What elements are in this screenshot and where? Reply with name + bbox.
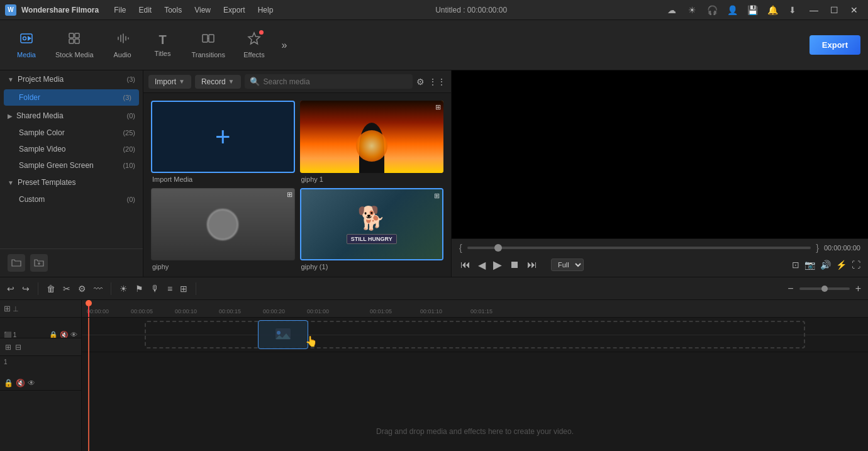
step-back-button[interactable]: ⏮ — [459, 258, 472, 272]
maximize-button[interactable]: ☐ — [825, 3, 843, 17]
fit-icon[interactable]: ⊡ — [792, 260, 799, 270]
step-fwd-button[interactable]: ⏭ — [526, 258, 538, 272]
toolbar-effects[interactable]: Effects — [235, 28, 273, 62]
lock-icon-1[interactable]: 🔒 — [4, 379, 13, 387]
fullscreen-icon[interactable]: ⛶ — [852, 260, 860, 270]
add-track-icon[interactable]: ⊞ — [4, 304, 11, 313]
arrow-down-icon-2: ▼ — [8, 179, 14, 186]
volume-icon[interactable]: 🔊 — [820, 260, 831, 270]
zoom-out-button[interactable]: − — [786, 281, 795, 296]
redo-button[interactable]: ↪ — [20, 282, 31, 296]
user-icon[interactable]: 👤 — [725, 3, 740, 18]
add-folder-button[interactable] — [30, 254, 48, 272]
in-mark[interactable]: { — [459, 243, 462, 253]
svg-point-1 — [23, 37, 26, 40]
minimize-button[interactable]: — — [805, 3, 823, 17]
project-media-count: (3) — [127, 75, 135, 83]
track-controls-strip: ⊞ ⊟ 1 🔒 🔇 👁 — [0, 338, 82, 451]
delete-button[interactable]: 🗑 — [45, 282, 57, 296]
eye-icon-1[interactable]: 👁 — [28, 379, 35, 387]
menu-tools[interactable]: Tools — [159, 4, 187, 16]
sun-icon[interactable]: ☀ — [684, 3, 699, 18]
media-item-giphy3[interactable]: 🐕 STILL HUNGRY ⊞ giphy (1) — [300, 188, 444, 270]
effects-icon — [247, 31, 261, 48]
toolbar-titles-wrapper: T Titles — [144, 29, 182, 61]
quality-select[interactable]: Full 1/2 1/4 — [551, 259, 584, 271]
toolbar-transitions[interactable]: Transitions — [184, 28, 233, 62]
menu-edit[interactable]: Edit — [133, 4, 157, 16]
mute-icon-1[interactable]: 🔇 — [16, 379, 25, 387]
headphone-icon[interactable]: 🎧 — [704, 3, 720, 18]
media-item-giphy2[interactable]: ⊞ giphy — [151, 188, 295, 270]
track-strip-icon-1[interactable]: ⊞ — [5, 343, 11, 352]
menu-view[interactable]: View — [189, 4, 216, 16]
render-icon[interactable]: ⚡ — [836, 260, 847, 270]
sidebar-item-folder[interactable]: Folder (3) — [4, 89, 139, 106]
sidebar-item-custom[interactable]: Custom (0) — [0, 191, 143, 208]
snapshot-icon[interactable]: 📷 — [804, 260, 815, 270]
tl-btn-align[interactable]: ≡ — [165, 282, 174, 296]
svg-rect-7 — [209, 35, 214, 42]
toolbar-media-wrapper: Media — [8, 28, 45, 62]
menu-help[interactable]: Help — [253, 4, 279, 16]
stop-button[interactable]: ⏹ — [508, 258, 521, 272]
play-back-button[interactable]: ◀ — [477, 258, 487, 272]
zoom-in-button[interactable]: + — [854, 281, 863, 296]
download-icon[interactable]: ⬇ — [785, 3, 800, 18]
menu-export[interactable]: Export — [218, 4, 250, 16]
sample-color-count: (25) — [123, 129, 135, 136]
media-item-giphy1[interactable]: ⊞ giphy 1 — [300, 101, 444, 183]
filter-icon[interactable]: ⚙ — [416, 77, 425, 87]
toolbar-titles[interactable]: T Titles — [144, 29, 182, 61]
sidebar-item-sample-color[interactable]: Sample Color (25) — [0, 125, 143, 141]
waveform-button[interactable]: 〰 — [92, 282, 104, 296]
collapse-icon[interactable]: ⟂ — [13, 304, 18, 313]
sidebar-item-shared-media[interactable]: ▶ Shared Media (0) — [0, 107, 143, 125]
sidebar-item-preset-templates[interactable]: ▼ Preset Templates — [0, 174, 143, 191]
toolbar-audio[interactable]: Audio — [104, 28, 142, 62]
giphy2-thumb: ⊞ — [151, 188, 295, 260]
undo-button[interactable]: ↩ — [5, 282, 16, 296]
cloud-icon[interactable]: ☁ — [664, 3, 679, 18]
svg-marker-8 — [248, 33, 260, 44]
zoom-slider[interactable] — [799, 287, 850, 290]
menu-file[interactable]: File — [109, 4, 131, 16]
search-icon: 🔍 — [250, 77, 260, 86]
save-icon[interactable]: 💾 — [745, 3, 760, 18]
sidebar-item-sample-video[interactable]: Sample Video (20) — [0, 141, 143, 157]
preview-slider[interactable] — [467, 247, 811, 249]
tl-btn-sun[interactable]: ☀ — [118, 282, 130, 296]
tl-btn-mic[interactable]: 🎙 — [149, 282, 162, 296]
sample-video-count: (20) — [123, 145, 135, 153]
track-strip-icon-2[interactable]: ⊟ — [15, 343, 21, 352]
sample-video-label: Sample Video — [19, 145, 123, 153]
export-button[interactable]: Export — [810, 35, 860, 55]
import-thumb[interactable]: + — [151, 101, 295, 173]
title-bar: W Wondershare Filmora File Edit Tools Vi… — [0, 0, 868, 20]
sample-green-label: Sample Green Screen — [19, 161, 123, 170]
media-item-import[interactable]: + Import Media — [151, 101, 295, 183]
out-mark[interactable]: } — [816, 243, 819, 253]
toolbar-stock[interactable]: Stock Media — [48, 28, 101, 62]
tl-btn-flag[interactable]: ⚑ — [133, 282, 145, 296]
play-button[interactable]: ▶ — [492, 257, 503, 273]
toolbar-effects-wrapper: Effects — [235, 28, 273, 62]
tl-btn-split[interactable]: ⊞ — [178, 282, 189, 296]
timeline-content: ⊞ ⟂ ⬛ 1 🔒 🔇 👁 00:00:00 — [0, 300, 868, 451]
close-button[interactable]: ✕ — [845, 3, 863, 17]
record-button[interactable]: Record ▼ — [195, 75, 241, 89]
sidebar-item-project-media[interactable]: ▼ Project Media (3) — [0, 70, 143, 88]
cut-button[interactable]: ✂ — [61, 282, 72, 296]
toolbar-more[interactable]: » — [275, 33, 293, 58]
import-button[interactable]: Import ▼ — [148, 75, 191, 89]
sidebar-item-sample-green[interactable]: Sample Green Screen (10) — [0, 157, 143, 174]
search-input[interactable] — [264, 77, 408, 86]
toolbar-media[interactable]: Media — [8, 28, 45, 62]
layout-icon[interactable]: ⋮⋮ — [428, 77, 446, 87]
new-folder-button[interactable] — [8, 254, 25, 272]
preview-panel: { } 00:00:00:00 ⏮ ◀ ▶ ⏹ ⏭ Full 1/2 1/4 — [452, 70, 868, 277]
media-toolbar: Import ▼ Record ▼ 🔍 ⚙ ⋮⋮ — [143, 70, 451, 93]
stock-icon — [67, 31, 81, 48]
settings-button[interactable]: ⚙ — [76, 282, 88, 296]
notification-icon[interactable]: 🔔 — [765, 3, 780, 18]
